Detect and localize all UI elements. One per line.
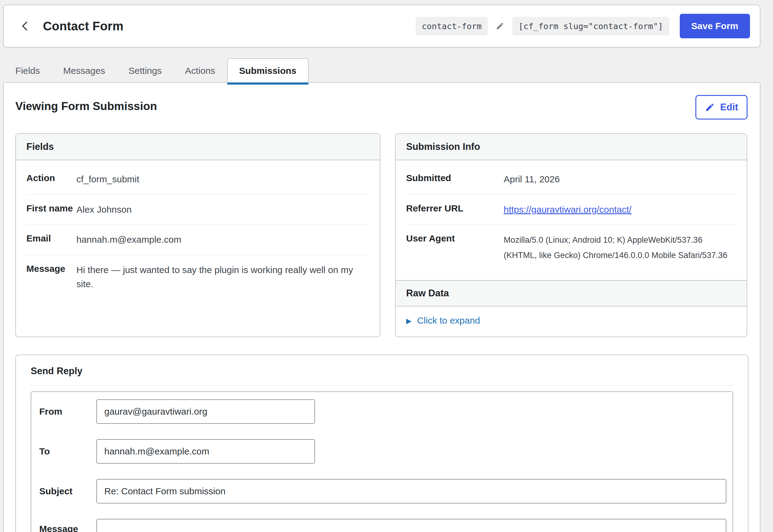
tab-submissions[interactable]: Submissions — [227, 58, 309, 85]
divider — [31, 385, 733, 386]
edit-slug-button[interactable] — [496, 22, 504, 30]
send-reply-card: Send Reply From To Subject Message — [15, 355, 748, 532]
to-label: To — [39, 446, 96, 457]
reply-fieldset: From To Subject Message — [31, 391, 733, 532]
row-label: Referrer URL — [406, 203, 504, 214]
table-row: Email hannah.m@example.com — [26, 224, 369, 255]
page: Contact Form contact-form [cf_form slug=… — [0, 0, 773, 532]
reply-row-to: To — [39, 439, 726, 464]
table-row: First name Alex Johnson — [26, 194, 369, 225]
fields-card: Fields Action cf_form_submit First name … — [15, 133, 380, 337]
row-value: Alex Johnson — [76, 203, 131, 217]
shortcode-badge: [cf_form slug="contact-form"] — [512, 17, 669, 36]
header-actions: contact-form [cf_form slug="contact-form… — [416, 14, 750, 38]
row-value: cf_form_submit — [76, 172, 139, 187]
save-form-button[interactable]: Save Form — [680, 14, 750, 38]
submission-info-card: Submission Info Submitted April 11, 2026… — [395, 133, 747, 337]
tab-fields[interactable]: Fields — [4, 58, 51, 83]
cards-row: Fields Action cf_form_submit First name … — [15, 133, 747, 337]
chevron-left-icon — [19, 20, 31, 32]
edit-button-label: Edit — [720, 102, 738, 113]
from-field[interactable] — [96, 399, 315, 424]
page-title: Contact Form — [43, 19, 123, 33]
table-row: Message Hi there — just wanted to say th… — [26, 255, 369, 299]
content-panel: Viewing Form Submission Edit Fields Acti… — [3, 82, 760, 532]
edit-button[interactable]: Edit — [695, 95, 748, 120]
submission-info-rows: Submitted April 11, 2026 Referrer URL ht… — [396, 160, 747, 271]
table-row: Referrer URL https://gauravtiwari.org/co… — [406, 194, 736, 225]
triangle-right-icon: ▶ — [406, 317, 412, 325]
row-value: Hi there — just wanted to say the plugin… — [76, 263, 365, 291]
reply-row-message: Message — [39, 519, 726, 532]
to-field[interactable] — [96, 439, 315, 464]
tab-settings[interactable]: Settings — [117, 58, 173, 83]
row-label: Email — [26, 233, 76, 244]
tab-bar: Fields Messages Settings Actions Submiss… — [4, 58, 309, 83]
table-row: Action cf_form_submit — [26, 165, 369, 194]
expand-label: Click to expand — [417, 315, 480, 326]
tab-actions[interactable]: Actions — [173, 58, 227, 83]
raw-data-expand-toggle[interactable]: ▶ Click to expand — [406, 315, 480, 326]
row-label: Submitted — [406, 172, 504, 183]
section-title: Viewing Form Submission — [15, 100, 157, 113]
reply-row-from: From — [39, 399, 726, 424]
message-field[interactable] — [96, 519, 726, 532]
row-label: Message — [26, 263, 76, 274]
row-label: User Agent — [406, 233, 504, 244]
row-label: First name — [26, 203, 76, 214]
from-label: From — [39, 406, 96, 417]
reply-row-subject: Subject — [39, 479, 726, 503]
raw-data-header: Raw Data — [396, 280, 747, 306]
user-agent-value: Mozilla/5.0 (Linux; Android 10; K) Apple… — [504, 233, 736, 263]
fields-card-title: Fields — [16, 134, 380, 160]
header-bar: Contact Form contact-form [cf_form slug=… — [3, 5, 760, 47]
row-value: April 11, 2026 — [504, 172, 560, 187]
send-reply-title: Send Reply — [31, 364, 733, 377]
row-label: Action — [26, 172, 76, 183]
table-row: User Agent Mozilla/5.0 (Linux; Android 1… — [406, 224, 736, 271]
row-value: hannah.m@example.com — [76, 233, 181, 247]
fields-rows: Action cf_form_submit First name Alex Jo… — [16, 160, 380, 299]
submission-info-title: Submission Info — [396, 134, 747, 160]
subject-field[interactable] — [96, 479, 726, 503]
back-button[interactable] — [17, 17, 34, 35]
subject-label: Subject — [39, 486, 96, 496]
referrer-url-link[interactable]: https://gauravtiwari.org/contact/ — [504, 203, 632, 217]
message-label: Message — [39, 519, 96, 532]
pencil-icon — [705, 102, 715, 112]
pencil-icon — [496, 22, 504, 30]
tab-messages[interactable]: Messages — [51, 58, 117, 83]
table-row: Submitted April 11, 2026 — [406, 165, 736, 194]
slug-badge: contact-form — [416, 17, 488, 36]
